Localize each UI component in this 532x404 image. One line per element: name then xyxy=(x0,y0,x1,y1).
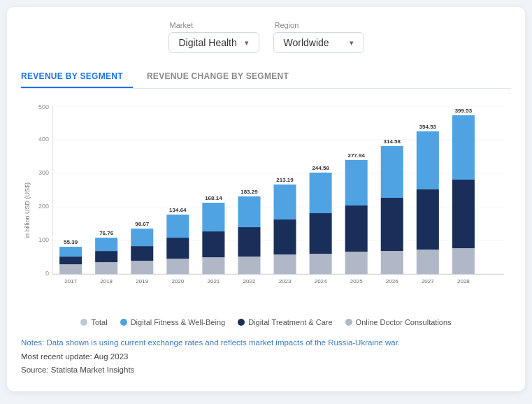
svg-text:98.67: 98.67 xyxy=(135,221,150,227)
bar-2027-online xyxy=(417,250,439,274)
svg-text:2026: 2026 xyxy=(386,278,398,284)
svg-text:2024: 2024 xyxy=(315,278,327,284)
notes-line3: Source: Statista Market Insights xyxy=(21,363,511,377)
svg-text:200: 200 xyxy=(38,203,49,210)
bar-2027-treatment xyxy=(417,189,439,250)
bar-2020-treatment xyxy=(166,238,189,259)
svg-text:in billion USD (US$): in billion USD (US$) xyxy=(24,182,31,238)
bar-2023-treatment xyxy=(274,219,296,254)
svg-text:277.94: 277.94 xyxy=(347,152,365,159)
bar-2018-fitness xyxy=(95,238,117,251)
notes-line2: Most recent update: Aug 2023 xyxy=(21,350,511,364)
legend-online-label: Online Doctor Consultations xyxy=(356,318,452,326)
legend-fitness-label: Digital Fitness & Well-Being xyxy=(131,318,226,326)
legend-total-dot xyxy=(80,319,87,326)
bar-2022-treatment xyxy=(238,227,260,257)
bar-2020-online xyxy=(166,259,189,274)
tab-revenue-change-by-segment[interactable]: REVENUE CHANGE BY SEGMENT xyxy=(147,66,299,88)
bar-2017-fitness xyxy=(59,247,82,257)
bar-2026-online xyxy=(381,251,403,274)
legend-total-label: Total xyxy=(91,318,107,326)
svg-text:354.53: 354.53 xyxy=(419,124,437,130)
svg-text:399.53: 399.53 xyxy=(455,108,473,114)
market-value: Digital Health xyxy=(179,37,237,48)
svg-text:134.64: 134.64 xyxy=(169,207,187,213)
svg-text:2023: 2023 xyxy=(279,278,292,284)
svg-text:2019: 2019 xyxy=(136,278,148,284)
market-selector-group: Market Digital Health ▾ xyxy=(168,21,259,53)
bar-2018-treatment xyxy=(95,251,117,262)
legend-fitness: Digital Fitness & Well-Being xyxy=(120,318,226,326)
notes-text-1: Notes: Data shown is using current excha… xyxy=(21,338,400,347)
legend-online-dot xyxy=(345,319,352,326)
notes-section: Notes: Data shown is using current excha… xyxy=(21,336,511,377)
bar-2022-online xyxy=(238,257,260,274)
bar-2022-fitness xyxy=(238,196,260,227)
svg-text:168.14: 168.14 xyxy=(205,195,222,201)
svg-text:213.19: 213.19 xyxy=(276,177,294,183)
svg-text:183.29: 183.29 xyxy=(240,189,258,195)
region-value: Worldwide xyxy=(284,37,329,48)
bar-2019-online xyxy=(131,261,153,274)
bar-2021-online xyxy=(202,257,224,274)
bar-2023-fitness xyxy=(274,185,296,219)
svg-text:100: 100 xyxy=(38,236,49,243)
bar-2021-treatment xyxy=(202,231,224,257)
svg-text:2025: 2025 xyxy=(350,278,363,284)
market-chevron-icon: ▾ xyxy=(245,38,249,48)
svg-text:2028: 2028 xyxy=(457,278,470,284)
bar-2026-fitness xyxy=(381,146,403,198)
legend-total: Total xyxy=(80,318,107,326)
legend-online: Online Doctor Consultations xyxy=(345,318,452,326)
svg-text:314.58: 314.58 xyxy=(384,138,401,145)
svg-text:0: 0 xyxy=(45,270,49,277)
svg-text:2022: 2022 xyxy=(243,278,256,284)
bar-2025-online xyxy=(345,252,368,274)
market-dropdown[interactable]: Digital Health ▾ xyxy=(168,32,259,53)
region-selector-group: Region Worldwide ▾ xyxy=(273,21,364,53)
bar-2025-fitness xyxy=(345,160,368,205)
bar-2024-treatment xyxy=(310,213,332,254)
bar-2019-treatment xyxy=(131,246,153,261)
bar-2017-treatment xyxy=(59,257,82,264)
svg-text:300: 300 xyxy=(38,169,49,176)
svg-text:2020: 2020 xyxy=(171,278,184,284)
legend-treatment: Digital Treatment & Care xyxy=(238,318,332,326)
svg-text:244.58: 244.58 xyxy=(312,165,329,171)
legend-treatment-dot xyxy=(238,319,245,326)
main-card: Market Digital Health ▾ Region Worldwide… xyxy=(7,7,525,391)
region-label: Region xyxy=(275,21,299,29)
bar-2021-fitness xyxy=(202,203,224,231)
svg-text:2017: 2017 xyxy=(64,278,77,284)
svg-text:2018: 2018 xyxy=(100,278,113,284)
tab-revenue-by-segment[interactable]: REVENUE BY SEGMENT xyxy=(21,66,133,88)
bar-2026-treatment xyxy=(381,198,403,251)
svg-text:2021: 2021 xyxy=(207,278,220,284)
bar-chart: in billion USD (US$) 500 400 300 200 100… xyxy=(21,96,511,312)
bar-2017-online xyxy=(59,264,82,274)
chart-area: in billion USD (US$) 500 400 300 200 100… xyxy=(21,96,511,312)
bar-2018-online xyxy=(95,262,117,274)
bar-2020-fitness xyxy=(166,215,189,238)
bar-2024-online xyxy=(310,254,332,274)
bar-2028-online xyxy=(452,248,475,274)
bar-2025-treatment xyxy=(345,205,368,252)
market-label: Market xyxy=(170,21,194,29)
svg-text:2027: 2027 xyxy=(422,278,434,284)
region-dropdown[interactable]: Worldwide ▾ xyxy=(273,32,364,53)
tabs-row: REVENUE BY SEGMENT REVENUE CHANGE BY SEG… xyxy=(21,66,511,89)
svg-text:76.76: 76.76 xyxy=(99,230,114,236)
legend-treatment-label: Digital Treatment & Care xyxy=(248,318,332,326)
bar-2024-fitness xyxy=(310,173,332,213)
region-chevron-icon: ▾ xyxy=(350,38,354,48)
notes-line1: Notes: Data shown is using current excha… xyxy=(21,336,511,350)
bar-2028-fitness xyxy=(452,115,475,180)
legend-fitness-dot xyxy=(120,319,127,326)
selectors-row: Market Digital Health ▾ Region Worldwide… xyxy=(21,21,511,53)
svg-text:400: 400 xyxy=(38,136,49,143)
bar-2028-treatment xyxy=(452,180,475,248)
chart-legend: Total Digital Fitness & Well-Being Digit… xyxy=(21,318,511,326)
bar-2027-fitness xyxy=(417,131,439,189)
svg-text:55.39: 55.39 xyxy=(64,239,78,245)
svg-text:500: 500 xyxy=(38,103,49,110)
